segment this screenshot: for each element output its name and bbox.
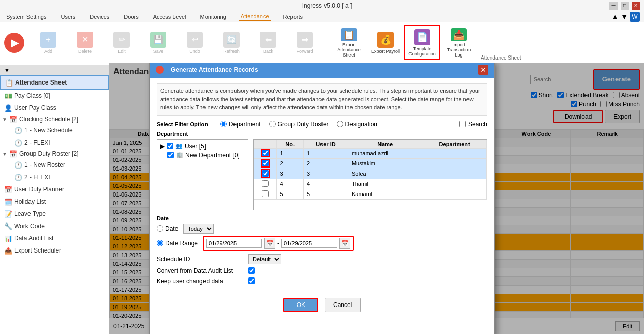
export-attendance-button[interactable]: 📋 Export Attendance Sheet (331, 25, 367, 60)
modal-header: Generate Attendance Records ✕ (150, 63, 494, 78)
col-check (254, 140, 277, 148)
user-row[interactable]: 33Sofea (254, 169, 487, 179)
convert-checkbox[interactable] (248, 267, 255, 274)
export-scheduler-icon: 📤 (4, 246, 12, 255)
filter-designation-radio[interactable] (337, 121, 343, 127)
user-2-checkbox[interactable] (262, 160, 269, 166)
title-bar: Ingress v5.0.0 [ a ] ─ □ ✕ (0, 0, 644, 11)
expand-arrow-icon: ▼ (2, 117, 7, 122)
user-row[interactable]: 44Thamil (254, 179, 487, 189)
col-user-id: User ID (303, 140, 348, 148)
modal-close-button[interactable]: ✕ (478, 65, 488, 75)
import-transaction-log-button[interactable]: 📥 Import Transaction Log (441, 25, 477, 60)
date-radio[interactable] (157, 225, 163, 232)
date-to-input[interactable] (281, 239, 337, 248)
tree-root-checkbox[interactable] (167, 143, 173, 149)
department-label: Department (157, 131, 487, 137)
sidebar-item-label: 1 - New Schedule (24, 127, 73, 134)
group-duty-icon: 📅 (9, 150, 17, 158)
sidebar-item-pay-class[interactable]: 💵 Pay Class [0] (0, 90, 109, 102)
schedule-id-select[interactable]: Default (248, 254, 281, 264)
radio-row: Select Filter Option Department Group Du… (157, 121, 487, 128)
sidebar-item-schedule-1[interactable]: 🕐 1 - New Schedule (0, 124, 109, 136)
modal-search-checkbox[interactable] (459, 121, 466, 127)
leave-type-icon: 📝 (4, 210, 12, 218)
cancel-button[interactable]: Cancel (325, 298, 361, 312)
tree-root-item[interactable]: ▶ 👥 User [5] (159, 142, 246, 151)
sidebar-item-schedule-2[interactable]: 🕐 2 - FLEXI (0, 136, 109, 149)
date-range-group: 📅 - 📅 (203, 236, 354, 251)
sidebar-item-label: Group Duty Roster [2] (19, 150, 79, 157)
close-button[interactable]: ✕ (632, 2, 640, 10)
filter-group-label: Group Duty Roster (269, 121, 329, 128)
holiday-icon: 🗓️ (4, 198, 12, 206)
user-1-checkbox[interactable] (262, 150, 269, 156)
export-payroll-button[interactable]: 💰 Export Payroll (368, 25, 403, 60)
user-row[interactable]: 11muhamad azril (254, 148, 487, 158)
sidebar-item-clocking-schedule[interactable]: ▼ 📅 Clocking Schedule [2] (0, 114, 109, 124)
date-range-radio[interactable] (157, 240, 163, 246)
sidebar-item-work-code[interactable]: 🔧 Work Code (0, 220, 109, 232)
filter-group-radio[interactable] (269, 121, 276, 127)
sidebar: ▼ 📋 Attendance Sheet 💵 Pay Class [0] 👤 U… (0, 63, 109, 334)
date-from-picker-button[interactable]: 📅 (264, 238, 275, 249)
sidebar-item-user-duty[interactable]: 📅 User Duty Planner (0, 183, 109, 196)
office-icon: W (630, 12, 640, 22)
template-configuration-button[interactable]: 📄 Template Configuration (404, 25, 440, 60)
sidebar-item-data-audit[interactable]: 📊 Data Audit List (0, 232, 109, 244)
tree-new-dept-item[interactable]: 🏢 New Department [0] (159, 151, 246, 160)
sidebar-item-roster-1[interactable]: 🕐 1 - New Roster (0, 159, 109, 171)
convert-row: Convert from Data Audit List (157, 267, 487, 274)
schedule-id-label: Schedule ID (157, 256, 243, 263)
sidebar-item-leave-type[interactable]: 📝 Leave Type (0, 208, 109, 220)
department-tree: ▶ 👥 User [5] 🏢 New Department [0] (157, 139, 248, 210)
designation-option-label: Designation (345, 121, 377, 128)
roster1-icon: 🕐 (14, 161, 22, 169)
menu-devices[interactable]: Devices (87, 13, 111, 21)
date-section: Date Date Today (157, 215, 487, 285)
user-row[interactable]: 22Mustakim (254, 158, 487, 169)
menu-users[interactable]: Users (58, 13, 77, 21)
sidebar-item-label: User Duty Planner (14, 186, 64, 193)
modal-footer: OK Cancel (150, 293, 494, 317)
menu-access-level[interactable]: Access Level (151, 13, 188, 21)
menu-system-settings[interactable]: System Settings (4, 13, 48, 21)
user-3-checkbox[interactable] (262, 170, 269, 177)
filter-department-radio[interactable] (220, 121, 227, 127)
nav-up-button[interactable]: ▲ (611, 12, 619, 22)
sidebar-item-roster-2[interactable]: 🕐 2 - FLEXI (0, 171, 109, 183)
col-no: No. (277, 140, 304, 148)
sidebar-item-attendance-sheet[interactable]: 📋 Attendance Sheet (0, 75, 109, 90)
work-code-icon: 🔧 (4, 222, 12, 230)
menu-doors[interactable]: Doors (122, 13, 140, 21)
tree-dept-checkbox[interactable] (167, 152, 174, 158)
sidebar-item-group-duty[interactable]: ▼ 📅 Group Duty Roster [2] (0, 149, 109, 159)
user-5-checkbox[interactable] (262, 190, 269, 197)
attendance-sheet-label: Attendance Sheet (479, 35, 521, 61)
dept-user-layout: ▶ 👥 User [5] 🏢 New Department [0] (157, 139, 487, 210)
maximize-button[interactable]: □ (621, 2, 629, 10)
sidebar-item-label: Holiday List (14, 198, 46, 205)
user-4-checkbox[interactable] (262, 180, 269, 187)
menu-attendance[interactable]: Attendance (239, 12, 271, 21)
ok-button[interactable]: OK (283, 298, 318, 312)
date-from-input[interactable] (206, 239, 262, 248)
schedule-id-row: Schedule ID Default (157, 254, 487, 264)
nav-down-button[interactable]: ▼ (621, 12, 628, 22)
date-range-label: Date Range (165, 240, 198, 247)
date-today-select[interactable]: Today (183, 224, 214, 234)
date-to-picker-button[interactable]: 📅 (339, 238, 350, 249)
sidebar-item-holiday[interactable]: 🗓️ Holiday List (0, 196, 109, 208)
menu-monitoring[interactable]: Monitoring (198, 13, 228, 21)
date-label: Date (165, 225, 178, 232)
minimize-button[interactable]: ─ (609, 2, 618, 10)
sidebar-item-export-scheduler[interactable]: 📤 Export Scheduler (0, 244, 109, 257)
sidebar-item-label: Export Scheduler (14, 247, 61, 254)
date-section-label: Date (157, 215, 487, 221)
sidebar-item-user-pay-class[interactable]: 👤 User Pay Class (0, 102, 109, 114)
keep-checkbox[interactable] (248, 277, 255, 284)
sidebar-item-label: 2 - FLEXI (24, 174, 50, 181)
menu-reports[interactable]: Reports (281, 13, 305, 21)
user-row[interactable]: 55Kamarul (254, 189, 487, 199)
modal-body: Generate attendance is compulsory when y… (150, 78, 494, 293)
